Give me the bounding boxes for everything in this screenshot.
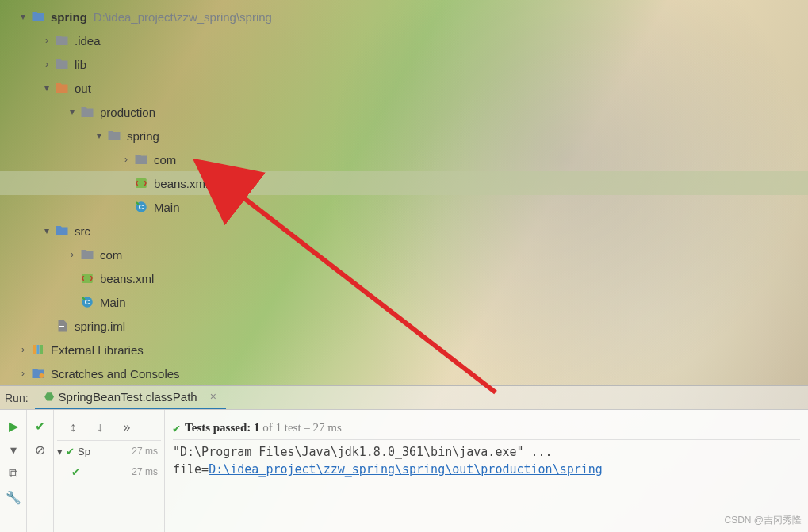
tree-root[interactable]: ▾ spring D:\idea_project\zzw_spring\spri… bbox=[0, 5, 808, 29]
check-icon: ✔ bbox=[66, 446, 75, 457]
check-icon: ✔ bbox=[173, 421, 180, 435]
expand-button[interactable]: ↕ bbox=[63, 418, 82, 437]
iml-file-icon bbox=[54, 318, 70, 334]
svg-text:C: C bbox=[85, 298, 90, 306]
svg-text:C: C bbox=[139, 203, 144, 211]
tree-item-out-com[interactable]: › com bbox=[0, 147, 808, 171]
close-icon[interactable]: × bbox=[210, 390, 216, 403]
chevron-right-icon[interactable]: › bbox=[119, 154, 133, 165]
xml-file-icon bbox=[79, 270, 95, 286]
tree-item-out-main[interactable]: › C Main bbox=[0, 195, 808, 219]
folder-icon bbox=[54, 80, 70, 96]
chevron-right-icon[interactable]: › bbox=[16, 344, 30, 355]
library-icon bbox=[30, 342, 46, 358]
watermark: CSDN @吉冈秀隆 bbox=[724, 514, 802, 527]
stop-button[interactable]: ▾ bbox=[4, 440, 23, 459]
run-panel: ▶ ▾ ⧉ 🔧 ✔ ⊘ ↕ ↓ » ▾ ✔ Sp 27 ms ✔ 27 ms ✔… bbox=[0, 409, 808, 532]
chevron-down-icon[interactable]: ▾ bbox=[40, 82, 54, 94]
scratch-icon bbox=[30, 366, 46, 381]
tree-item-out-spring[interactable]: ▾ spring bbox=[0, 124, 808, 147]
class-file-icon: C bbox=[79, 294, 95, 310]
svg-rect-9 bbox=[40, 345, 43, 354]
tree-item-lib[interactable]: › lib bbox=[0, 52, 808, 76]
package-icon bbox=[79, 247, 95, 262]
run-tool-column-1: ▶ ▾ ⧉ 🔧 bbox=[0, 410, 27, 532]
prev-button[interactable]: » bbox=[117, 418, 136, 437]
chevron-right-icon[interactable]: › bbox=[40, 35, 54, 46]
console-output: ✔ Tests passed: 1 of 1 test – 27 ms "D:\… bbox=[165, 410, 808, 532]
xml-file-icon bbox=[133, 175, 149, 191]
folder-icon bbox=[54, 33, 70, 48]
project-path: D:\idea_project\zzw_spring\spring bbox=[94, 10, 272, 24]
folder-icon bbox=[106, 128, 122, 144]
test-node-child[interactable]: ✔ 27 ms bbox=[57, 461, 161, 482]
run-tab-label: SpringBeanTest.classPath bbox=[59, 390, 197, 404]
project-tree: ▾ spring D:\idea_project\zzw_spring\spri… bbox=[0, 0, 808, 385]
filter-ignored-button[interactable]: ⊘ bbox=[31, 440, 50, 459]
svg-rect-3 bbox=[82, 274, 93, 283]
tree-item-out[interactable]: ▾ out bbox=[0, 76, 808, 100]
collapse-button[interactable]: ↓ bbox=[90, 418, 109, 437]
svg-rect-7 bbox=[33, 345, 36, 354]
project-name: spring bbox=[51, 10, 87, 24]
class-file-icon: C bbox=[133, 199, 149, 215]
run-tool-bar: Run: ⬣ SpringBeanTest.classPath × bbox=[0, 385, 808, 409]
chevron-down-icon[interactable]: ▾ bbox=[57, 446, 63, 457]
svg-rect-0 bbox=[136, 178, 147, 188]
tree-item-iml[interactable]: › spring.iml bbox=[0, 314, 808, 338]
tree-external-libraries[interactable]: › External Libraries bbox=[0, 338, 808, 362]
console-line-1: "D:\Program Files\Java\jdk1.8.0_361\bin\… bbox=[173, 445, 800, 459]
chevron-right-icon[interactable]: › bbox=[65, 249, 79, 260]
test-status-line: ✔ Tests passed: 1 of 1 test – 27 ms bbox=[173, 416, 800, 440]
chevron-right-icon[interactable]: › bbox=[16, 368, 30, 379]
layout-button[interactable]: ⧉ bbox=[4, 464, 23, 483]
svg-rect-6 bbox=[59, 326, 64, 327]
project-folder-icon bbox=[30, 9, 46, 25]
run-label: Run: bbox=[5, 392, 29, 404]
source-folder-icon bbox=[54, 223, 70, 239]
folder-icon bbox=[133, 151, 149, 167]
test-icon: ⬣ bbox=[44, 390, 54, 403]
tree-scratches[interactable]: › Scratches and Consoles bbox=[0, 362, 808, 385]
chevron-down-icon[interactable]: ▾ bbox=[40, 225, 54, 236]
tree-item-src-main[interactable]: › C Main bbox=[0, 290, 808, 314]
chevron-right-icon[interactable]: › bbox=[40, 59, 54, 70]
settings-button[interactable]: 🔧 bbox=[4, 488, 23, 507]
chevron-down-icon[interactable]: ▾ bbox=[16, 11, 30, 22]
rerun-button[interactable]: ▶ bbox=[4, 416, 23, 435]
console-line-2: file=D:\idea_project\zzw_spring\spring\o… bbox=[173, 462, 800, 477]
tree-item-production[interactable]: ▾ production bbox=[0, 100, 808, 124]
tree-item-idea[interactable]: › .idea bbox=[0, 29, 808, 52]
filter-passed-button[interactable]: ✔ bbox=[31, 416, 50, 435]
svg-rect-8 bbox=[37, 345, 40, 354]
test-node-root[interactable]: ▾ ✔ Sp 27 ms bbox=[57, 441, 161, 461]
run-tool-column-2: ✔ ⊘ bbox=[27, 410, 54, 532]
folder-icon bbox=[54, 56, 70, 72]
folder-icon bbox=[79, 104, 95, 120]
chevron-down-icon[interactable]: ▾ bbox=[92, 130, 106, 141]
chevron-down-icon[interactable]: ▾ bbox=[65, 106, 79, 117]
console-file-link[interactable]: D:\idea_project\zzw_spring\spring\out\pr… bbox=[209, 462, 603, 477]
svg-point-10 bbox=[40, 373, 44, 378]
tree-item-src-beans[interactable]: › beans.xml bbox=[0, 266, 808, 290]
check-icon: ✔ bbox=[71, 466, 80, 478]
tree-item-src-com[interactable]: › com bbox=[0, 243, 808, 266]
run-tab[interactable]: ⬣ SpringBeanTest.classPath × bbox=[35, 386, 226, 410]
tree-item-src[interactable]: ▾ src bbox=[0, 219, 808, 243]
tree-item-out-beans[interactable]: › beans.xml bbox=[0, 171, 808, 195]
test-results-tree: ↕ ↓ » ▾ ✔ Sp 27 ms ✔ 27 ms bbox=[54, 410, 165, 532]
